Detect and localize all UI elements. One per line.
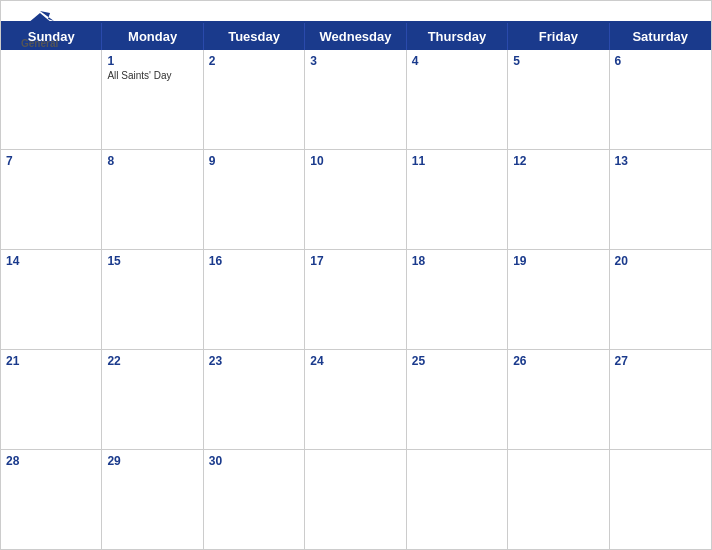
day-cell: 1All Saints' Day (102, 50, 203, 149)
day-number: 17 (310, 254, 400, 268)
day-number: 8 (107, 154, 197, 168)
day-cell: 3 (305, 50, 406, 149)
day-number: 25 (412, 354, 502, 368)
calendar-header: General Blue (1, 1, 711, 21)
day-number: 6 (615, 54, 706, 68)
holiday-label: All Saints' Day (107, 70, 197, 82)
day-number: 11 (412, 154, 502, 168)
day-header-wednesday: Wednesday (305, 23, 406, 50)
day-cell: 30 (204, 450, 305, 549)
day-number: 2 (209, 54, 299, 68)
day-number: 14 (6, 254, 96, 268)
day-header-saturday: Saturday (610, 23, 711, 50)
day-number: 29 (107, 454, 197, 468)
day-header-thursday: Thursday (407, 23, 508, 50)
day-cell: 7 (1, 150, 102, 249)
week-row-4: 21222324252627 (1, 350, 711, 450)
day-cell (508, 450, 609, 549)
day-number: 21 (6, 354, 96, 368)
day-number: 22 (107, 354, 197, 368)
day-number: 4 (412, 54, 502, 68)
week-row-2: 78910111213 (1, 150, 711, 250)
day-header-monday: Monday (102, 23, 203, 50)
day-cell: 16 (204, 250, 305, 349)
day-cell: 19 (508, 250, 609, 349)
week-row-5: 282930 (1, 450, 711, 549)
day-number: 15 (107, 254, 197, 268)
day-number: 24 (310, 354, 400, 368)
day-cell: 18 (407, 250, 508, 349)
day-cell: 29 (102, 450, 203, 549)
day-header-tuesday: Tuesday (204, 23, 305, 50)
day-cell (610, 450, 711, 549)
day-number: 30 (209, 454, 299, 468)
day-cell: 2 (204, 50, 305, 149)
day-cell: 24 (305, 350, 406, 449)
day-number: 19 (513, 254, 603, 268)
day-number: 1 (107, 54, 197, 68)
day-number: 13 (615, 154, 706, 168)
day-cell: 21 (1, 350, 102, 449)
day-cell: 20 (610, 250, 711, 349)
week-row-3: 14151617181920 (1, 250, 711, 350)
day-number: 10 (310, 154, 400, 168)
day-number: 9 (209, 154, 299, 168)
day-cell: 25 (407, 350, 508, 449)
day-cell: 9 (204, 150, 305, 249)
day-cell: 27 (610, 350, 711, 449)
day-header-friday: Friday (508, 23, 609, 50)
day-cell: 10 (305, 150, 406, 249)
day-cell (407, 450, 508, 549)
day-cell (305, 450, 406, 549)
day-cell (1, 50, 102, 149)
day-cell: 14 (1, 250, 102, 349)
day-number: 5 (513, 54, 603, 68)
day-cell: 5 (508, 50, 609, 149)
day-number: 20 (615, 254, 706, 268)
day-cell: 8 (102, 150, 203, 249)
day-cell: 22 (102, 350, 203, 449)
week-row-1: 1All Saints' Day23456 (1, 50, 711, 150)
day-cell: 12 (508, 150, 609, 249)
logo-bird-icon (24, 9, 56, 37)
calendar-container: General Blue SundayMondayTuesdayWednesda… (0, 0, 712, 550)
day-cell: 28 (1, 450, 102, 549)
day-headers-row: SundayMondayTuesdayWednesdayThursdayFrid… (1, 23, 711, 50)
day-cell: 13 (610, 150, 711, 249)
day-number: 28 (6, 454, 96, 468)
calendar-grid: SundayMondayTuesdayWednesdayThursdayFrid… (1, 21, 711, 549)
weeks-container: 1All Saints' Day234567891011121314151617… (1, 50, 711, 549)
day-number: 18 (412, 254, 502, 268)
day-cell: 15 (102, 250, 203, 349)
day-number: 26 (513, 354, 603, 368)
day-cell: 23 (204, 350, 305, 449)
day-number: 27 (615, 354, 706, 368)
day-number: 7 (6, 154, 96, 168)
day-number: 16 (209, 254, 299, 268)
day-number: 12 (513, 154, 603, 168)
day-cell: 6 (610, 50, 711, 149)
day-cell: 17 (305, 250, 406, 349)
day-number: 23 (209, 354, 299, 368)
day-cell: 4 (407, 50, 508, 149)
day-cell: 26 (508, 350, 609, 449)
day-number: 3 (310, 54, 400, 68)
day-cell: 11 (407, 150, 508, 249)
